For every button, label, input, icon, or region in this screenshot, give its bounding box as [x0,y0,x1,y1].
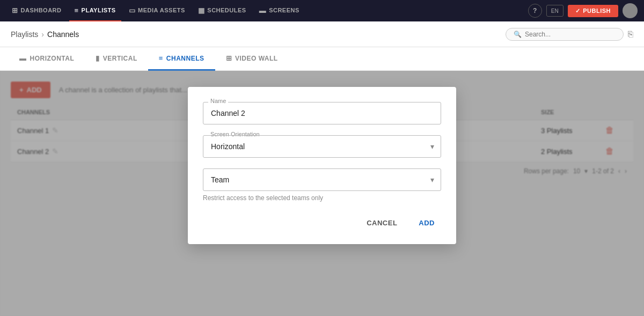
page-container: ⊞ DASHBOARD ≡ PLAYLISTS ▭ MEDIA ASSETS ▦… [0,0,644,316]
team-field-group: Team ▾ Restrict access to the selected t… [203,168,441,202]
orientation-field-group: Screen Orientation Horizontal Vertical ▾ [203,135,441,158]
modal-footer: CANCEL ADD [203,215,441,231]
vertical-tab-icon: ▮ [96,54,100,62]
tab-vertical[interactable]: ▮ VERTICAL [85,47,148,71]
team-select[interactable]: Team [203,169,441,190]
orientation-select-wrapper: Horizontal Vertical ▾ [203,135,441,158]
language-selector[interactable]: EN [546,5,564,17]
modal-add-button[interactable]: ADD [412,215,441,231]
user-avatar[interactable] [623,3,638,18]
media-assets-icon: ▭ [129,6,136,14]
orientation-select[interactable]: Horizontal Vertical [203,136,441,157]
breadcrumb-current: Channels [47,30,79,39]
tabs: ▬ HORIZONTAL ▮ VERTICAL ≡ CHANNELS ⊞ VID… [0,47,644,71]
breadcrumb: Playlists › Channels [11,30,79,39]
publish-button[interactable]: ✓ PUBLISH [568,5,618,17]
nav-media-assets[interactable]: ▭ MEDIA ASSETS [123,0,191,21]
nav-items: ⊞ DASHBOARD ≡ PLAYLISTS ▭ MEDIA ASSETS ▦… [6,0,305,21]
modal-dialog: Name Screen Orientation Horizontal Verti… [188,87,456,244]
tab-horizontal[interactable]: ▬ HORIZONTAL [9,47,85,71]
nav-right: ? EN ✓ PUBLISH [528,3,638,18]
tab-video-wall[interactable]: ⊞ VIDEO WALL [215,47,289,71]
top-navigation: ⊞ DASHBOARD ≡ PLAYLISTS ▭ MEDIA ASSETS ▦… [0,0,644,21]
breadcrumb-actions: 🔍 ⎘ [506,28,633,41]
help-button[interactable]: ? [528,4,542,18]
team-hint: Restrict access to the selected teams on… [203,194,441,202]
schedules-icon: ▦ [198,6,205,14]
breadcrumb-parent[interactable]: Playlists [11,30,38,39]
name-field-group: Name [203,102,441,124]
search-input[interactable] [525,31,611,38]
horizontal-tab-icon: ▬ [19,54,27,62]
nav-schedules[interactable]: ▦ SCHEDULES [193,0,252,21]
video-wall-tab-icon: ⊞ [226,54,232,62]
breadcrumb-bar: Playlists › Channels 🔍 ⎘ [0,21,644,47]
content-wrapper: + ADD A channel is a collection of playl… [0,71,644,316]
name-input[interactable] [203,102,441,124]
breadcrumb-separator: › [41,30,44,39]
modal-overlay: Name Screen Orientation Horizontal Verti… [0,71,644,316]
search-box: 🔍 [506,28,624,41]
team-select-wrapper: Team ▾ [203,168,441,191]
screens-icon: ▬ [259,6,267,14]
name-label: Name [208,98,228,104]
cancel-button[interactable]: CANCEL [360,215,404,231]
dashboard-icon: ⊞ [12,6,18,14]
nav-screens[interactable]: ▬ SCREENS [254,0,305,21]
check-icon: ✓ [575,8,581,14]
search-icon: 🔍 [514,31,522,38]
nav-dashboard[interactable]: ⊞ DASHBOARD [6,0,67,21]
channels-tab-icon: ≡ [159,54,163,62]
copy-icon[interactable]: ⎘ [628,30,633,39]
nav-playlists[interactable]: ≡ PLAYLISTS [69,0,121,21]
tab-channels[interactable]: ≡ CHANNELS [148,47,215,71]
playlists-icon: ≡ [75,6,79,14]
